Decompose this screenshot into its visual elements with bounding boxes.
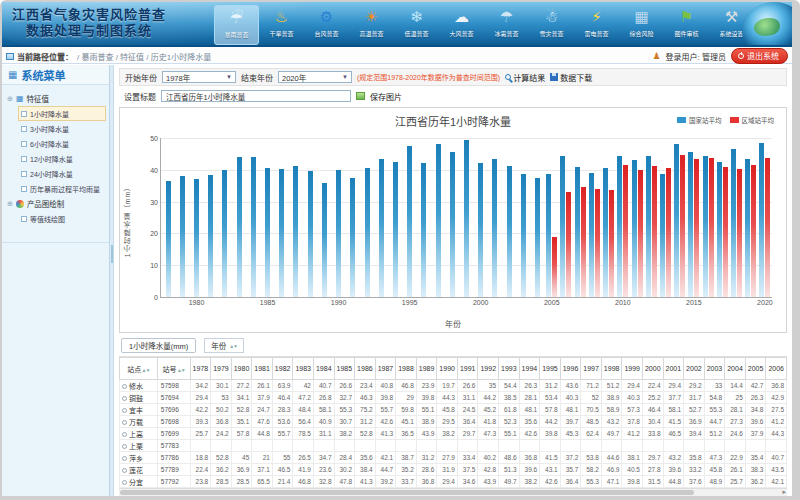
nav-item-label: 雪灾普查 [539, 29, 563, 38]
end-year-select[interactable]: 2020年 ▼ [278, 71, 352, 83]
station-cell: 上栗 [120, 440, 158, 452]
nav-item-composite-risk[interactable]: ▦综合风险 [619, 5, 664, 45]
nav-item-typhoon[interactable]: ⚙台风普查 [304, 5, 349, 45]
download-button[interactable]: 数据下载 [550, 72, 592, 83]
blue-bar-1981 [208, 175, 213, 297]
calculate-button[interactable]: 计算结果 [505, 72, 545, 83]
row-radio-icon[interactable] [122, 444, 127, 449]
nav-item-lightning[interactable]: ⚡雷电普查 [574, 5, 619, 45]
value-cell [396, 440, 417, 452]
horizontal-scrollbar[interactable]: ▸ [119, 488, 787, 496]
column-header-year-2004: 2004 [725, 358, 746, 380]
value-cell: 48.1 [519, 404, 540, 416]
column-header-station-id[interactable]: 站号 ▲▼ [157, 358, 190, 380]
sidebar-item-12小时降水量[interactable]: 12小时降水量 [18, 151, 106, 166]
lightning-icon: ⚡ [586, 6, 608, 28]
table-row[interactable]: 铜鼓5769429.45334.137.946.447.226.832.746.… [120, 392, 787, 404]
sidebar-item-24小时降水量[interactable]: 24小时降水量 [18, 166, 106, 181]
value-cell: 41.8 [478, 416, 499, 428]
value-cell: 29.4 [622, 380, 643, 392]
nav-item-hail[interactable]: ☂冰雹普查 [484, 5, 529, 45]
nav-item-low-temp[interactable]: ❄低温普查 [394, 5, 439, 45]
row-radio-icon[interactable] [122, 432, 127, 437]
value-cell: 35.6 [355, 452, 376, 464]
table-row[interactable]: 上栗57783 [120, 440, 787, 452]
value-cell: 40.3 [622, 392, 643, 404]
sidebar-item-3小时降水量[interactable]: 3小时降水量 [18, 121, 106, 136]
value-cell: 30.4 [642, 416, 663, 428]
value-cell: 43.6 [560, 380, 581, 392]
row-radio-icon[interactable] [122, 420, 127, 425]
app-surface: 江西省气象灾害风险普查 数据处理与制图系统 ☔暴雨普查♨干旱普查⚙台风普查☀高温… [2, 2, 792, 496]
sort-arrows-icon: ▲▼ [177, 367, 185, 373]
value-cell: 39.8 [540, 428, 561, 440]
value-cell: 32.7 [334, 392, 355, 404]
nav-item-drought[interactable]: ♨干旱普查 [259, 5, 304, 45]
start-year-select[interactable]: 1978年 ▼ [162, 71, 236, 83]
value-cell: 38.2 [519, 476, 540, 488]
typhoon-icon: ⚙ [316, 6, 338, 28]
row-radio-icon[interactable] [122, 468, 127, 473]
nav-item-gale[interactable]: ☁大风普查 [439, 5, 484, 45]
station-name: 上高 [129, 431, 143, 438]
value-cell [663, 440, 684, 452]
value-cell: 37.9 [745, 428, 766, 440]
blue-bar-1998 [450, 152, 455, 297]
tree-group-1[interactable]: ⊕产品图绘制 [5, 196, 106, 211]
row-radio-icon[interactable] [122, 456, 127, 461]
year-sort-control[interactable]: 年份 ▲▼ [204, 338, 244, 353]
map-review-icon: ⚑ [676, 6, 698, 28]
table-row[interactable]: 莲花5778922.436.236.937.146.541.923.630.23… [120, 464, 787, 476]
row-radio-icon[interactable] [122, 480, 127, 485]
row-radio-icon[interactable] [122, 384, 127, 389]
blue-bar-2014 [674, 144, 679, 297]
row-radio-icon[interactable] [122, 396, 127, 401]
nav-item-snow[interactable]: ☃雪灾普查 [529, 5, 574, 45]
value-cell: 46.4 [272, 392, 293, 404]
sidebar-item-历年暴雨过程平均雨量[interactable]: 历年暴雨过程平均雨量 [18, 181, 106, 196]
table-row[interactable]: 万载5769839.336.835.147.653.656.440.930.73… [120, 416, 787, 428]
low-temp-icon: ❄ [406, 6, 428, 28]
sidebar-item-等值线绘图[interactable]: 等值线绘图 [18, 211, 106, 226]
table-row[interactable]: 宜丰5769642.250.252.824.728.348.458.155.37… [120, 404, 787, 416]
value-cell [231, 440, 252, 452]
column-header-year-1990: 1990 [437, 358, 458, 380]
red-bar-2016 [709, 158, 714, 297]
blue-bar-2008 [589, 173, 594, 297]
save-image-button[interactable]: 保存图片 [370, 91, 402, 102]
value-cell: 34.1 [231, 392, 252, 404]
tree-group-0[interactable]: ⊕▦特征值 [5, 91, 106, 106]
table-row[interactable]: 上高5769925.724.257.844.855.778.531.138.25… [120, 428, 787, 440]
chart-title-input[interactable]: 江西省历年1小时降水量 [161, 90, 351, 102]
row-radio-icon[interactable] [122, 408, 127, 413]
query-toolbar: 开始年份 1978年 ▼ 结束年份 2020年 ▼ (规定范围1978-2020… [119, 68, 787, 86]
column-header-year-1988: 1988 [396, 358, 417, 380]
blue-bar-2000 [478, 163, 483, 298]
scrollbar-thumb[interactable] [120, 490, 694, 495]
table-row[interactable]: 萍乡5778618.852.845215526.534.728.435.642.… [120, 452, 787, 464]
sidebar-item-1小时降水量[interactable]: 1小时降水量 [18, 106, 106, 121]
sidebar-item-6小时降水量[interactable]: 6小时降水量 [18, 136, 106, 151]
value-cell: 24.7 [252, 404, 273, 416]
value-cell: 27.3 [725, 416, 746, 428]
table-row[interactable]: 修水5759834.230.127.226.163.94240.726.623.… [120, 380, 787, 392]
nav-item-rainstorm[interactable]: ☔暴雨普查 [214, 5, 259, 45]
nav-item-high-temp[interactable]: ☀高温普查 [349, 5, 394, 45]
value-cell: 57.3 [622, 404, 643, 416]
value-cell: 52 [581, 392, 602, 404]
table-row[interactable]: 分宜5779223.828.528.565.521.446.832.847.84… [120, 476, 787, 488]
value-cell: 46.5 [663, 428, 684, 440]
tree-toggle-icon[interactable]: ⊕ [7, 95, 13, 103]
blue-bar-1979 [180, 176, 185, 297]
tree-toggle-icon[interactable]: ⊕ [7, 200, 13, 208]
value-cell: 31.5 [642, 476, 663, 488]
download-button-label: 数据下载 [560, 72, 592, 83]
logout-button[interactable]: 退出系统 [731, 48, 788, 64]
value-cell: 40.9 [313, 416, 334, 428]
column-header-station[interactable]: 站点 ▲▼ [120, 358, 158, 380]
value-cell: 36.4 [560, 476, 581, 488]
nav-item-map-review[interactable]: ⚑图件审核 [664, 5, 709, 45]
nav-item-label: 台风普查 [314, 29, 338, 38]
column-header-year-2002: 2002 [684, 358, 705, 380]
value-cell: 55.3 [704, 404, 725, 416]
